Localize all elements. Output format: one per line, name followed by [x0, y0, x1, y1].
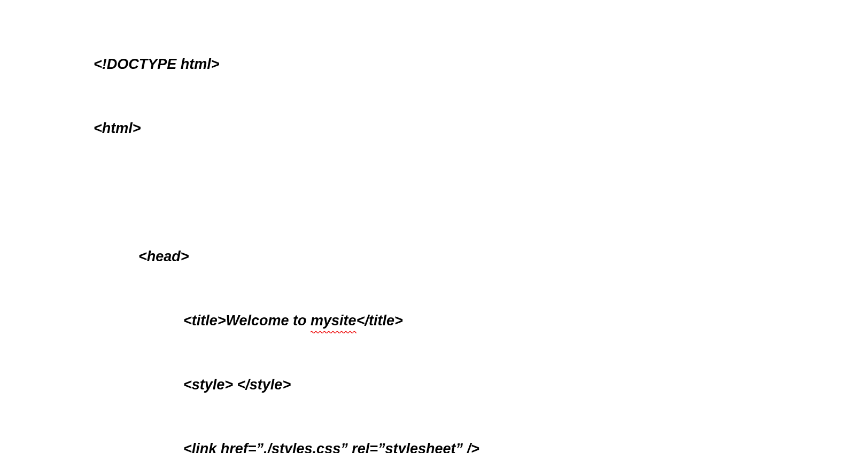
code-document: <!DOCTYPE html> <html> <head> <title>Wel… — [0, 0, 868, 453]
code-line: <style> </style> — [94, 374, 868, 395]
code-line: <!DOCTYPE html> — [94, 53, 868, 75]
blank-line — [94, 182, 868, 203]
code-line: <head> — [94, 246, 868, 267]
code-line: <title>Welcome to mysite</title> — [94, 310, 868, 331]
code-text: <title>Welcome to — [183, 313, 311, 329]
code-text: </title> — [356, 313, 403, 329]
code-line: <link href=”./styles.css” rel=”styleshee… — [94, 438, 868, 453]
spellcheck-word: mysite — [311, 310, 356, 331]
code-line: <html> — [94, 118, 868, 139]
